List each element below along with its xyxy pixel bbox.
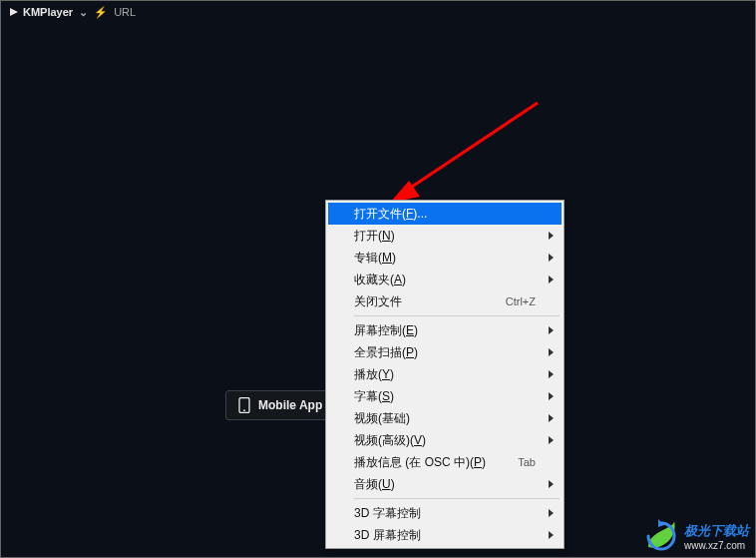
menu-item-label: 打开文件(F)... <box>354 206 427 223</box>
menu-item-label: 视频(高级)(V) <box>354 432 426 449</box>
menu-item[interactable]: 3D 屏幕控制 <box>328 524 562 546</box>
menu-separator <box>354 315 560 316</box>
menu-item[interactable]: 字幕(S) <box>328 385 562 407</box>
menu-item-label: 字幕(S) <box>354 388 394 405</box>
submenu-arrow-icon <box>549 436 554 444</box>
submenu-arrow-icon <box>549 392 554 400</box>
app-logo[interactable]: KMPlayer ⌄ <box>9 6 88 19</box>
submenu-arrow-icon <box>549 414 554 422</box>
menu-item[interactable]: 打开(N) <box>328 225 562 247</box>
url-label[interactable]: URL <box>114 6 136 18</box>
svg-marker-0 <box>10 8 18 16</box>
submenu-arrow-icon <box>549 509 554 517</box>
menu-item-label: 全景扫描(P) <box>354 344 418 361</box>
menu-separator <box>354 498 560 499</box>
menu-item-label: 3D 字幕控制 <box>354 505 421 522</box>
menu-item-label: 播放信息 (在 OSC 中)(P) <box>354 454 486 471</box>
menu-item[interactable]: 全景扫描(P) <box>328 341 562 363</box>
mobile-app-button[interactable]: Mobile App <box>225 390 335 420</box>
menu-item[interactable]: 3D 字幕控制 <box>328 502 562 524</box>
submenu-arrow-icon <box>549 348 554 356</box>
menu-item-shortcut: Ctrl+Z <box>506 295 536 307</box>
menu-item-label: 屏幕控制(E) <box>354 322 418 339</box>
submenu-arrow-icon <box>549 232 554 240</box>
menu-item[interactable]: 屏幕控制(E) <box>328 319 562 341</box>
submenu-arrow-icon <box>549 326 554 334</box>
svg-line-4 <box>400 103 538 195</box>
menu-item-label: 专辑(M) <box>354 250 396 267</box>
menu-item[interactable]: 播放(Y) <box>328 363 562 385</box>
mobile-icon <box>238 397 250 413</box>
app-logo-icon <box>9 7 19 17</box>
watermark-url: www.xz7.com <box>684 540 749 551</box>
menu-item-label: 关闭文件 <box>354 293 402 310</box>
submenu-arrow-icon <box>549 531 554 539</box>
title-bar: KMPlayer ⌄ ⚡ URL <box>1 1 755 23</box>
svg-point-2 <box>243 409 245 411</box>
menu-item-label: 播放(Y) <box>354 366 394 383</box>
menu-item[interactable]: 收藏夹(A) <box>328 269 562 290</box>
mobile-app-label: Mobile App <box>258 398 322 412</box>
menu-item-label: 视频(基础) <box>354 410 410 427</box>
context-menu[interactable]: 打开文件(F)...打开(N)专辑(M)收藏夹(A)关闭文件Ctrl+Z屏幕控制… <box>325 200 565 549</box>
menu-item[interactable]: 音频(U) <box>328 473 562 495</box>
menu-item-shortcut: Tab <box>518 456 536 468</box>
menu-item[interactable]: 打开文件(F)... <box>328 203 562 225</box>
menu-item-label: 打开(N) <box>354 228 395 245</box>
menu-item[interactable]: 关闭文件Ctrl+Z <box>328 290 562 312</box>
lightning-icon[interactable]: ⚡ <box>94 6 108 19</box>
watermark: 极光下载站 www.xz7.com <box>644 519 749 553</box>
watermark-icon <box>644 519 678 553</box>
submenu-arrow-icon <box>549 254 554 262</box>
menu-item[interactable]: 视频(基础) <box>328 407 562 429</box>
submenu-arrow-icon <box>549 370 554 378</box>
menu-item-label: 3D 屏幕控制 <box>354 527 421 544</box>
app-title: KMPlayer <box>23 6 73 18</box>
chevron-down-icon[interactable]: ⌄ <box>79 6 88 19</box>
submenu-arrow-icon <box>549 276 554 283</box>
menu-item[interactable]: 播放信息 (在 OSC 中)(P)Tab <box>328 451 562 473</box>
submenu-arrow-icon <box>549 480 554 488</box>
watermark-brand: 极光下载站 <box>684 522 749 540</box>
menu-item[interactable]: 专辑(M) <box>328 247 562 269</box>
menu-item-label: 收藏夹(A) <box>354 272 406 288</box>
menu-item[interactable]: 视频(高级)(V) <box>328 429 562 451</box>
menu-item-label: 音频(U) <box>354 476 395 493</box>
